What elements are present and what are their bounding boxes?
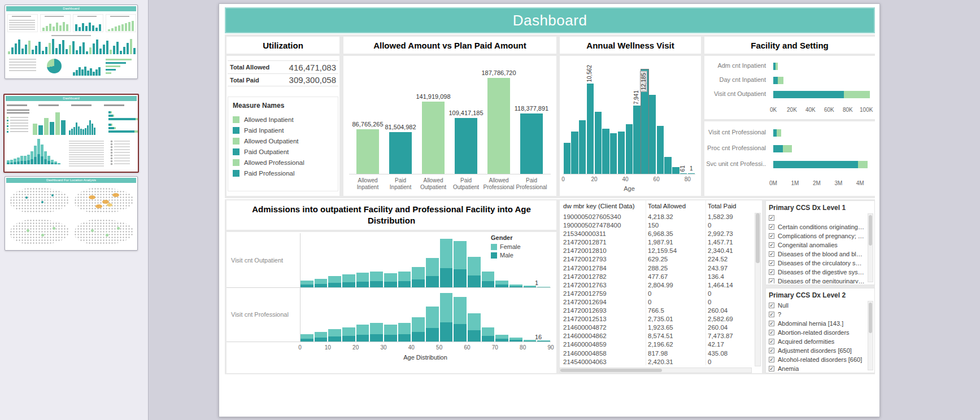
bar-mark[interactable] (482, 281, 495, 287)
bar-mark[interactable] (482, 336, 495, 342)
bar-mark[interactable] (773, 161, 858, 168)
table-row[interactable]: 214600004858817.98435.08 (560, 349, 752, 358)
bar-mark[interactable] (440, 239, 453, 268)
bar-mark[interactable] (664, 157, 671, 174)
table-row[interactable]: 2147200127632,804.991,464.14 (560, 281, 752, 290)
bar-mark[interactable] (328, 283, 341, 287)
bar-mark[interactable] (370, 272, 383, 281)
checkbox-checked[interactable]: ✓ (769, 242, 774, 248)
bar-mark[interactable] (384, 273, 397, 282)
legend-item[interactable]: Allowed Inpatient (233, 114, 333, 125)
bar-mark[interactable] (426, 258, 439, 276)
bar-mark[interactable] (342, 327, 355, 336)
bar-mark[interactable] (482, 327, 495, 336)
filter-item[interactable]: ✓Acquired deformities (769, 337, 865, 346)
bar-mark[interactable] (315, 332, 328, 338)
bar-mark[interactable] (610, 133, 617, 174)
bar-mark[interactable] (398, 334, 411, 342)
bar-mark[interactable] (328, 276, 341, 283)
table-row[interactable]: 21472001281012,159.542,340.41 (560, 247, 752, 255)
bar-mark[interactable] (384, 325, 397, 335)
filter-item[interactable]: ✓Alcohol-related disorders [660] (769, 355, 865, 364)
bar-mark[interactable] (520, 113, 543, 174)
bar-mark[interactable] (440, 322, 453, 342)
bar-mark[interactable] (487, 78, 510, 174)
bar-mark[interactable] (495, 281, 508, 285)
scrollbar-track[interactable] (560, 368, 752, 373)
bar-mark[interactable] (398, 272, 411, 281)
bar-mark[interactable] (389, 132, 412, 174)
bar-mark[interactable] (579, 120, 586, 174)
filter-item[interactable]: ✓Diseases of the digestive system (769, 268, 865, 277)
legend-item[interactable]: Allowed Outpatient (233, 135, 333, 146)
checkbox-checked[interactable]: ✓ (769, 233, 774, 239)
bar-mark[interactable] (398, 281, 411, 287)
bar-mark[interactable] (595, 112, 602, 174)
table-row[interactable]: 214720012784288.25243.97 (560, 264, 752, 273)
bar-mark[interactable] (412, 279, 425, 287)
filter-item[interactable]: ✓ (769, 213, 865, 222)
bar-mark[interactable] (370, 334, 383, 342)
table-row[interactable]: 214720012693766.5260.04 (560, 307, 752, 315)
bar-mark[interactable] (776, 63, 778, 70)
checkbox-checked[interactable]: ✓ (769, 348, 774, 353)
checkbox-checked[interactable]: ✓ (769, 330, 774, 335)
bar-mark[interactable] (426, 276, 439, 287)
checkbox-checked[interactable]: ✓ (769, 366, 774, 371)
filter-item[interactable]: ✓Diseases of the genitourinary sy.. (769, 277, 865, 283)
bar-mark[interactable] (773, 91, 844, 98)
scrollbar-thumb[interactable] (756, 213, 760, 263)
checkbox-checked[interactable]: ✓ (769, 251, 774, 257)
bar-mark[interactable] (356, 129, 379, 174)
bar-mark[interactable] (773, 77, 778, 84)
bar-mark[interactable] (356, 282, 369, 287)
bar-mark[interactable] (524, 286, 537, 287)
bar-mark[interactable] (440, 268, 453, 287)
bar-mark[interactable] (384, 282, 397, 287)
bar-mark[interactable] (398, 323, 411, 334)
table-row[interactable]: 2145400040632,420.310 (560, 358, 752, 366)
bar-mark[interactable] (328, 336, 341, 342)
scrollbar-thumb[interactable] (560, 369, 662, 372)
bar-mark[interactable] (509, 285, 522, 286)
bar-mark[interactable] (342, 274, 355, 282)
table-row[interactable]: 21472001269400 (560, 298, 752, 307)
column-header[interactable]: Total Paid (708, 203, 751, 209)
bar-mark[interactable] (468, 257, 481, 275)
filter-item[interactable]: ✓Congenital anomalies (769, 240, 865, 250)
bar-mark[interactable] (468, 330, 481, 342)
bar-mark[interactable] (370, 281, 383, 287)
bar-mark[interactable] (300, 281, 313, 285)
filter-item[interactable]: ✓Adjustment disorders [650] (769, 346, 865, 355)
bar-mark[interactable] (412, 332, 425, 342)
legend-item[interactable]: Paid Professional (233, 168, 333, 178)
bar-mark[interactable] (633, 106, 640, 174)
bar-mark[interactable] (356, 335, 369, 342)
bar-mark[interactable] (649, 95, 656, 174)
stat-row[interactable]: Total Allowed416,471,083 (228, 60, 338, 73)
table-row[interactable]: 2146000048592,196.6242.17 (560, 340, 752, 349)
table-row[interactable]: 2147200128711,987.911,457.71 (560, 238, 752, 247)
scrollbar-track[interactable] (868, 301, 873, 370)
bar-mark[interactable] (454, 297, 467, 324)
filter-item[interactable]: ✓Diseases of the blood and blood-.. (769, 250, 865, 259)
bar-mark[interactable] (454, 241, 467, 269)
scrollbar-track[interactable] (755, 213, 761, 366)
filter-item[interactable]: ✓Abdominal hernia [143.] (769, 319, 865, 328)
bar-mark[interactable] (468, 275, 481, 287)
bar-mark[interactable] (328, 329, 341, 336)
table-row[interactable]: 2146000048721,923.65260.04 (560, 323, 752, 332)
stat-row[interactable]: Total Paid309,300,058 (228, 73, 338, 86)
bar-mark[interactable] (537, 340, 550, 341)
filter-item[interactable]: ✓Anemia (769, 364, 865, 371)
filter-item[interactable]: ✓? (769, 310, 865, 319)
checkbox-checked[interactable]: ✓ (769, 303, 774, 308)
bar-mark[interactable] (342, 336, 355, 342)
bar-mark[interactable] (495, 335, 508, 339)
checkbox-checked[interactable]: ✓ (769, 215, 774, 221)
bar-mark[interactable] (468, 313, 481, 330)
filter-item[interactable]: ✓Null (769, 301, 865, 310)
checkbox-checked[interactable]: ✓ (769, 278, 774, 283)
bar-mark[interactable] (426, 307, 439, 328)
checkbox-checked[interactable]: ✓ (769, 357, 774, 362)
